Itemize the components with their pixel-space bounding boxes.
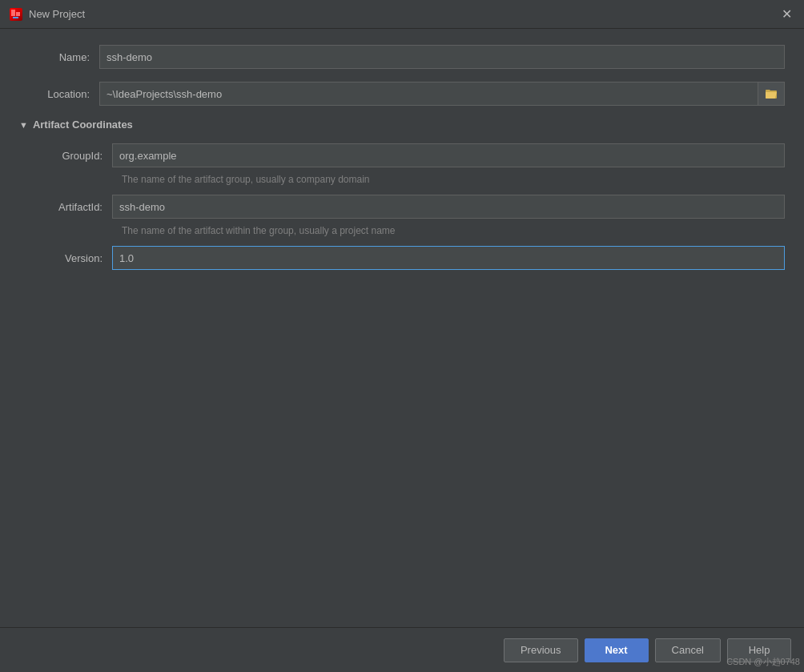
location-label: Location: [19, 88, 99, 100]
new-project-dialog: New Project ✕ Name: Location: [0, 0, 804, 672]
artifactid-hint: The name of the artifact within the grou… [122, 225, 785, 236]
artifact-section-header: ▼ Artifact Coordinates [19, 119, 785, 131]
folder-icon [765, 88, 778, 99]
next-button[interactable]: Next [585, 638, 649, 662]
help-button[interactable]: Help [727, 638, 791, 662]
name-row: Name: [19, 45, 785, 69]
version-row: Version: [32, 246, 785, 270]
version-label: Version: [32, 252, 112, 264]
title-bar-left: New Project [10, 8, 85, 21]
artifact-section-toggle[interactable]: ▼ [19, 120, 28, 130]
location-row: Location: [19, 82, 785, 106]
artifactid-input[interactable] [112, 195, 785, 219]
intellij-icon [10, 8, 22, 21]
svg-rect-1 [16, 12, 20, 16]
groupid-label: GroupId: [32, 150, 112, 162]
title-bar: New Project ✕ [0, 0, 804, 29]
previous-button[interactable]: Previous [504, 638, 578, 662]
svg-rect-0 [11, 10, 15, 16]
dialog-title: New Project [29, 8, 85, 20]
name-label: Name: [19, 51, 99, 63]
close-button[interactable]: ✕ [778, 6, 794, 22]
groupid-input[interactable] [112, 143, 785, 167]
cancel-button[interactable]: Cancel [655, 638, 721, 662]
artifact-section-content: GroupId: The name of the artifact group,… [32, 143, 785, 270]
groupid-row: GroupId: [32, 143, 785, 167]
browse-button[interactable] [758, 82, 785, 106]
location-input-group [99, 82, 785, 106]
artifactid-row: ArtifactId: [32, 195, 785, 219]
dialog-footer: Previous Next Cancel Help [0, 627, 804, 672]
artifactid-label: ArtifactId: [32, 201, 112, 213]
artifact-section-title: Artifact Coordinates [33, 119, 133, 131]
version-input[interactable] [112, 246, 785, 270]
groupid-hint: The name of the artifact group, usually … [122, 174, 785, 185]
name-input[interactable] [99, 45, 785, 69]
dialog-content: Name: Location: ▼ Artifact Coordinates [0, 29, 804, 627]
location-input[interactable] [99, 82, 758, 106]
svg-rect-2 [13, 17, 18, 18]
